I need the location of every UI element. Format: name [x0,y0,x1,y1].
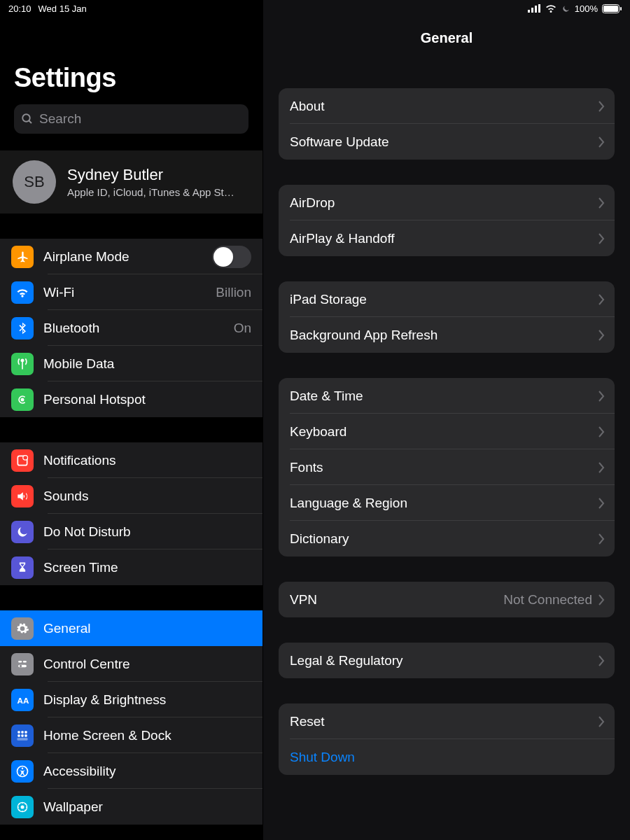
svg-rect-11 [24,731,27,733]
apple-id-row[interactable]: SB Sydney Butler Apple ID, iCloud, iTune… [0,150,262,214]
sidebar-item-display[interactable]: AA Display & Brightness [0,682,262,718]
chevron-right-icon [598,391,605,402]
detail-item-background-refresh[interactable]: Background App Refresh [279,317,615,353]
svg-rect-15 [18,738,28,740]
chevron-right-icon [598,655,605,666]
sidebar-item-label: Wi-Fi [43,285,206,300]
svg-point-7 [20,664,22,666]
svg-rect-14 [24,734,27,736]
sidebar-item-notifications[interactable]: Notifications [0,442,262,478]
detail-item-airdrop[interactable]: AirDrop [279,185,615,220]
chevron-right-icon [598,498,605,509]
hourglass-icon [11,556,34,579]
sidebar-item-label: Control Centre [43,657,251,672]
detail-item-label: Dictionary [290,531,598,547]
detail-item-software-update[interactable]: Software Update [279,124,615,160]
svg-text:AA: AA [18,696,29,705]
svg-point-19 [21,805,24,808]
svg-rect-26 [620,7,622,10]
sidebar-item-label: Personal Hotspot [43,392,251,407]
svg-rect-12 [18,734,20,736]
battery-percent: 100% [575,4,598,14]
detail-item-label: Background App Refresh [290,328,598,343]
svg-rect-23 [538,4,540,13]
sidebar-item-bluetooth[interactable]: Bluetooth On [0,310,262,346]
detail-item-label: VPN [290,592,503,608]
sidebar-item-hotspot[interactable]: Personal Hotspot [0,382,262,417]
detail-item-reset[interactable]: Reset [279,704,615,739]
chevron-right-icon [598,101,605,112]
svg-rect-20 [528,10,530,13]
sidebar-item-label: Wallpaper [43,799,251,815]
chevron-right-icon [598,594,605,606]
detail-item-dictionary[interactable]: Dictionary [279,521,615,556]
sidebar-item-label: Airplane Mode [43,249,202,265]
search-icon [21,113,34,125]
accessibility-icon [11,760,34,783]
chevron-right-icon [598,426,605,438]
detail-item-label: Fonts [290,460,598,475]
detail-item-airplay[interactable]: AirPlay & Handoff [279,220,615,256]
status-bar: 20:10 Wed 15 Jan 100% [0,0,630,17]
bluetooth-icon [11,317,34,340]
detail-item-label: Reset [290,714,598,729]
sidebar-item-label: Sounds [43,489,251,504]
detail-item-keyboard[interactable]: Keyboard [279,414,615,449]
detail-item-fonts[interactable]: Fonts [279,449,615,485]
detail-item-label: Shut Down [290,750,605,765]
chevron-right-icon [598,197,605,209]
svg-rect-5 [23,661,27,663]
detail-item-vpn[interactable]: VPNNot Connected [279,582,615,617]
detail-item-about[interactable]: About [279,88,615,124]
sidebar-item-control-centre[interactable]: Control Centre [0,646,262,682]
sidebar-item-label: Mobile Data [43,356,251,372]
search-input[interactable]: Search [14,104,248,134]
detail-item-language[interactable]: Language & Region [279,485,615,521]
bluetooth-value: On [234,321,251,336]
chevron-right-icon [598,716,605,727]
page-title: Settings [14,63,248,93]
detail-item-label: Keyboard [290,424,598,440]
sidebar-item-mobile-data[interactable]: Mobile Data [0,346,262,382]
sidebar-item-screentime[interactable]: Screen Time [0,550,262,585]
control-centre-icon [11,653,34,676]
sidebar-item-label: Notifications [43,453,251,468]
sidebar-item-wifi[interactable]: Wi-Fi Billion [0,274,262,310]
sidebar-item-dnd[interactable]: Do Not Disturb [0,514,262,550]
svg-point-17 [22,767,24,769]
detail-item-date-time[interactable]: Date & Time [279,378,615,414]
sidebar-item-label: Screen Time [43,560,251,575]
svg-rect-22 [535,6,537,13]
wallpaper-icon [11,796,34,818]
chevron-right-icon [598,533,605,545]
detail-item-shutdown[interactable]: Shut Down [279,739,615,775]
hotspot-icon [11,388,34,411]
sidebar-item-home-screen[interactable]: Home Screen & Dock [0,718,262,753]
chevron-right-icon [598,462,605,473]
sidebar-item-general[interactable]: General [0,610,262,646]
sidebar-item-airplane[interactable]: Airplane Mode [0,239,262,274]
detail-item-label: iPad Storage [290,292,598,307]
sidebar-item-label: Bluetooth [43,321,224,336]
settings-sidebar: Settings Search SB Sydney Butler Apple I… [0,0,263,840]
avatar: SB [13,160,56,204]
svg-line-1 [29,120,31,123]
vpn-value: Not Connected [503,592,592,608]
sidebar-item-label: Home Screen & Dock [43,728,251,743]
wifi-value: Billion [216,285,251,300]
detail-item-label: Language & Region [290,496,598,511]
detail-item-storage[interactable]: iPad Storage [279,281,615,317]
cellular-icon [528,4,540,13]
chevron-right-icon [598,136,605,148]
sidebar-item-accessibility[interactable]: Accessibility [0,753,262,789]
airplane-icon [11,246,34,268]
sidebar-item-sounds[interactable]: Sounds [0,478,262,514]
chevron-right-icon [598,330,605,341]
svg-rect-9 [18,731,20,733]
detail-item-legal[interactable]: Legal & Regulatory [279,643,615,678]
sidebar-item-wallpaper[interactable]: Wallpaper [0,789,262,825]
svg-rect-21 [531,8,533,13]
detail-item-label: Date & Time [290,388,598,404]
notifications-icon [11,449,34,472]
airplane-toggle[interactable] [212,246,251,268]
